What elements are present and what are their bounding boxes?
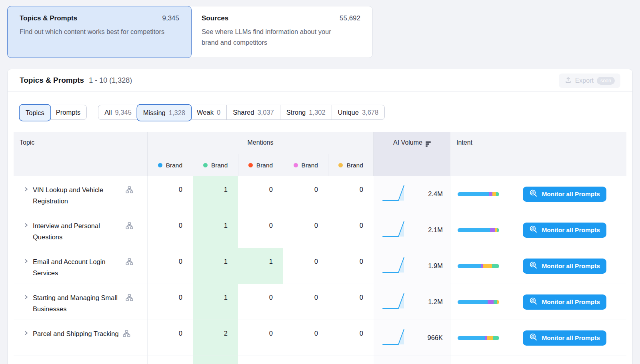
- monitor-button-label: Monitor all Prompts: [542, 298, 600, 306]
- brand-column-header-5[interactable]: Brand: [328, 154, 373, 176]
- mention-count-cell: 0: [283, 284, 328, 320]
- intent-distribution-bar: [458, 264, 499, 268]
- mention-count-cell: 0: [283, 212, 328, 248]
- mention-count-cell: 0: [328, 284, 374, 320]
- mention-count-cell: 0: [283, 248, 328, 284]
- ai-volume-value: 2.4M: [428, 190, 443, 198]
- table-row: Email and Account Login Services 01100 1…: [14, 248, 626, 284]
- topics-prompts-panel: Topics & Prompts 1 - 10 (1,328) Export s…: [7, 69, 633, 364]
- trend-sparkline: [382, 255, 406, 278]
- filter-all[interactable]: All9,345: [98, 105, 138, 119]
- tab-sources[interactable]: Sources 55,692 See where LLMs find infor…: [189, 6, 373, 58]
- brand-column-header-3[interactable]: Brand: [238, 154, 283, 176]
- expand-chevron-icon[interactable]: [23, 330, 29, 338]
- svg-text:@: @: [531, 191, 535, 195]
- mention-count-cell: 0: [283, 320, 328, 356]
- topic-name[interactable]: Parcel and Shipping Tracking: [33, 328, 119, 339]
- mention-count-cell: 1: [193, 284, 238, 320]
- monitor-all-prompts-button[interactable]: @ Monitor all Prompts: [523, 294, 606, 310]
- topic-name[interactable]: VIN Lookup and Vehicle Registration: [33, 184, 122, 207]
- brand-column-header-4[interactable]: Brand: [283, 154, 328, 176]
- column-header-topic: Topic: [14, 132, 148, 176]
- topics-table: Topic Mentions BrandBrandBrandBrandBrand…: [14, 132, 626, 364]
- mention-count-cell: 2: [193, 320, 238, 356]
- mention-count-cell: 1: [193, 248, 238, 284]
- filter-unique[interactable]: Unique3,678: [332, 105, 385, 119]
- intent-cell: @ Monitor all Prompts: [450, 212, 626, 248]
- topic-name[interactable]: Email and Account Login Services: [33, 256, 122, 278]
- intent-cell: @ Monitor all Prompts: [450, 284, 626, 320]
- sitemap-icon[interactable]: [123, 330, 130, 339]
- sitemap-icon[interactable]: [126, 186, 133, 195]
- monitor-all-prompts-button[interactable]: @ Monitor all Prompts: [523, 223, 606, 238]
- mention-count-cell: 1: [193, 212, 238, 248]
- export-button[interactable]: Export soon: [559, 74, 620, 88]
- tab-description: See where LLMs find information about yo…: [202, 26, 350, 48]
- trend-sparkline: [382, 290, 406, 314]
- mention-count-cell: 1: [193, 176, 238, 212]
- ai-volume-value: 966K: [427, 334, 443, 342]
- mention-count-cell: 0: [328, 320, 374, 356]
- tab-title: Topics & Prompts: [20, 14, 77, 22]
- soon-badge: soon: [597, 77, 615, 85]
- mention-count-cell: 0: [238, 176, 283, 212]
- sitemap-icon[interactable]: [126, 222, 133, 231]
- panel-title: Topics & Prompts: [20, 76, 84, 85]
- expand-chevron-icon[interactable]: [23, 294, 29, 302]
- segment-label: Unique: [338, 109, 359, 116]
- segment-label: Strong: [286, 109, 306, 116]
- tab-count: 9,345: [162, 14, 179, 22]
- segment-count: 1,328: [169, 109, 185, 117]
- view-toggle-group: TopicsPrompts: [20, 105, 87, 120]
- segment-label: Prompts: [56, 109, 80, 116]
- ai-volume-cell: 2.1M: [374, 212, 450, 248]
- brand-color-dot: [158, 163, 162, 167]
- brand-label: Brand: [302, 162, 318, 169]
- ai-volume-cell: 2.4M: [374, 176, 450, 212]
- sitemap-icon[interactable]: [126, 294, 133, 303]
- mention-count-cell: 0: [148, 176, 193, 212]
- topic-cell: VIN Lookup and Vehicle Registration: [14, 176, 148, 212]
- topic-name[interactable]: Starting and Managing Small Businesses: [33, 292, 122, 314]
- ai-volume-cell: 966K: [374, 320, 450, 356]
- mention-count-cell: 0: [238, 284, 283, 320]
- brand-column-header-2[interactable]: Brand: [193, 154, 238, 176]
- topic-name[interactable]: Interview and Personal Questions: [33, 220, 122, 243]
- svg-text:@: @: [531, 227, 535, 231]
- intent-distribution-bar: [458, 228, 499, 232]
- brand-column-header-1[interactable]: Brand: [148, 154, 193, 176]
- sitemap-icon[interactable]: [126, 258, 133, 267]
- filter-strong[interactable]: Strong1,302: [280, 105, 332, 119]
- expand-chevron-icon[interactable]: [23, 258, 29, 266]
- filter-missing[interactable]: Missing1,328: [137, 105, 191, 121]
- monitor-button-label: Monitor all Prompts: [542, 334, 600, 342]
- column-header-intent: Intent: [450, 132, 626, 176]
- tab-count: 55,692: [340, 14, 360, 22]
- monitor-button-label: Monitor all Prompts: [542, 191, 600, 198]
- panel-pagination-range: 1 - 10 (1,328): [89, 76, 132, 85]
- toggle-topics[interactable]: Topics: [20, 105, 50, 121]
- search-at-icon: @: [529, 333, 538, 343]
- ai-volume-value: 1.9M: [428, 262, 443, 270]
- mention-count-cell: 0: [328, 248, 374, 284]
- monitor-all-prompts-button[interactable]: @ Monitor all Prompts: [523, 330, 606, 346]
- column-header-ai-volume[interactable]: AI Volume: [374, 132, 450, 176]
- panel-header: Topics & Prompts 1 - 10 (1,328) Export s…: [8, 69, 632, 92]
- filter-weak[interactable]: Weak0: [191, 105, 226, 119]
- toggle-prompts[interactable]: Prompts: [50, 105, 86, 119]
- intent-distribution-bar: [458, 336, 499, 340]
- table-header: Topic Mentions BrandBrandBrandBrandBrand…: [14, 132, 626, 176]
- monitor-button-label: Monitor all Prompts: [542, 263, 600, 270]
- tab-topics-and-prompts[interactable]: Topics & Prompts 9,345 Find out which co…: [7, 6, 192, 58]
- monitor-all-prompts-button[interactable]: @ Monitor all Prompts: [523, 259, 606, 274]
- monitor-all-prompts-button[interactable]: @ Monitor all Prompts: [523, 187, 606, 202]
- expand-chevron-icon[interactable]: [23, 186, 29, 194]
- intent-cell: @ Monitor all Prompts: [450, 176, 626, 212]
- table-row: Parcel and Shipping Tracking 02000 966K: [14, 320, 626, 356]
- column-group-mentions: Mentions BrandBrandBrandBrandBrand: [148, 132, 374, 176]
- ai-volume-value: 1.2M: [428, 298, 443, 306]
- ai-volume-value: 2.1M: [428, 226, 443, 234]
- expand-chevron-icon[interactable]: [23, 222, 29, 230]
- brand-color-dot: [203, 163, 208, 167]
- filter-shared[interactable]: Shared3,037: [226, 105, 280, 119]
